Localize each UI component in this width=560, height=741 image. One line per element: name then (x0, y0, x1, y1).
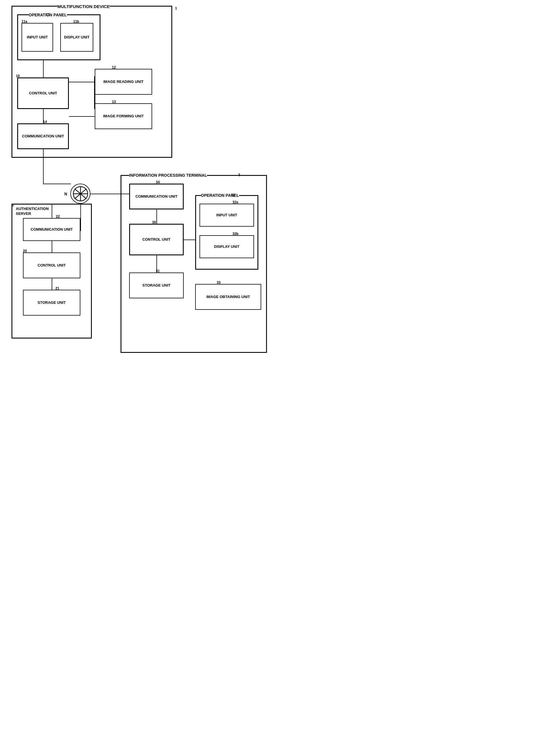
display-unit-mfd: DISPLAY UNIT (60, 23, 93, 52)
storage-unit-auth: STORAGE UNIT (23, 290, 80, 316)
input-unit-mfd: INPUT UNIT (21, 23, 53, 52)
system-diagram: MULTIFUNCTION DEVICE 1 OPERATION PANEL 1… (0, 0, 273, 361)
image-obtaining-unit: IMAGE OBTAINING UNIT (195, 284, 261, 310)
multifunction-device-label: MULTIFUNCTION DEVICE (57, 4, 110, 9)
display-unit-ipt-ref: 32b (233, 232, 239, 236)
image-obtaining-unit-ref: 33 (217, 281, 221, 285)
input-unit-mfd-ref: 11a (21, 19, 27, 23)
network-label: N (64, 192, 67, 196)
control-unit-auth-ref: 20 (23, 249, 27, 253)
communication-unit-ipt-ref: 34 (156, 180, 160, 184)
communication-unit-auth-ref: 22 (56, 215, 60, 219)
input-unit-ipt: INPUT UNIT (199, 204, 254, 227)
auth-server-label: AUTHENTICATION SERVER (16, 207, 53, 216)
display-unit-ipt: DISPLAY UNIT (199, 235, 254, 258)
op-panel-ipt-ref: 32 (231, 193, 235, 197)
input-unit-ipt-ref: 32a (233, 200, 238, 204)
image-forming-unit-ref: 13 (112, 100, 116, 104)
storage-unit-ipt: STORAGE UNIT (129, 273, 184, 298)
control-unit-ipt-ref: 30 (152, 220, 156, 224)
control-unit-ipt: CONTROL UNIT (129, 224, 184, 255)
network-node (70, 184, 90, 204)
auth-server-ref: 2 (12, 203, 14, 207)
control-unit-mfd: CONTROL UNIT (17, 77, 69, 109)
control-unit-auth: CONTROL UNIT (23, 253, 80, 278)
display-unit-mfd-ref: 11b (73, 19, 79, 23)
ipt-ref: 3 (238, 173, 240, 177)
communication-unit-auth: COMMUNICATION UNIT (23, 218, 80, 241)
image-forming-unit: IMAGE FORMING UNIT (95, 103, 152, 129)
multifunction-device-ref: 1 (175, 6, 177, 10)
communication-unit-mfd: COMMUNICATION UNIT (17, 123, 69, 149)
control-unit-mfd-ref: 10 (16, 74, 19, 78)
communication-unit-mfd-ref: 14 (43, 120, 47, 124)
image-reading-unit: IMAGE READING UNIT (95, 69, 152, 95)
op-panel-mfd-ref: 11 (46, 13, 50, 17)
ipt-label: INFORMATION PROCESSING TERMINAL (129, 173, 207, 178)
communication-unit-ipt: COMMUNICATION UNIT (129, 184, 184, 209)
storage-unit-auth-ref: 21 (55, 286, 59, 290)
image-reading-unit-ref: 12 (112, 65, 116, 69)
